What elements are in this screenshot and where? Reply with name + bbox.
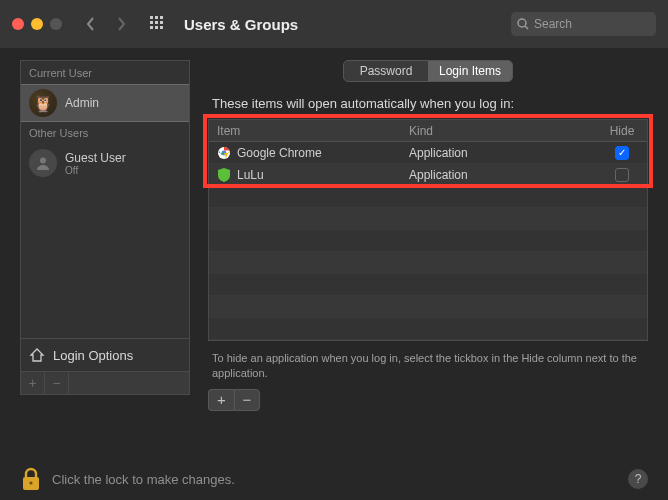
lock-text: Click the lock to make changes. xyxy=(52,472,235,487)
hide-hint-text: To hide an application when you log in, … xyxy=(208,341,648,389)
sidebar-item-admin[interactable]: 🦉 Admin xyxy=(21,85,189,121)
zoom-window-button[interactable] xyxy=(50,18,62,30)
svg-line-10 xyxy=(525,26,528,29)
table-row[interactable]: Google Chrome Application ✓ xyxy=(209,142,647,164)
login-items-caption: These items will open automatically when… xyxy=(208,90,648,119)
tab-password[interactable]: Password xyxy=(344,61,428,81)
user-status: Off xyxy=(65,165,126,176)
table-row xyxy=(209,318,647,340)
table-row xyxy=(209,186,647,208)
show-all-icon[interactable] xyxy=(150,16,164,33)
hide-checkbox[interactable]: ✓ xyxy=(615,146,629,160)
table-row xyxy=(209,252,647,274)
login-items-table: Item Kind Hide Google Chrome Application… xyxy=(208,119,648,341)
table-header: Item Kind Hide xyxy=(209,120,647,142)
svg-rect-0 xyxy=(150,16,153,19)
remove-login-item-button[interactable]: − xyxy=(234,389,260,411)
chrome-icon xyxy=(217,146,231,160)
svg-rect-8 xyxy=(160,26,163,29)
user-sidebar: Current User 🦉 Admin Other Users Guest U… xyxy=(20,60,190,395)
svg-rect-2 xyxy=(160,16,163,19)
search-input[interactable]: Search xyxy=(511,12,656,36)
forward-button[interactable] xyxy=(110,11,132,37)
house-icon xyxy=(29,347,45,363)
app-name: LuLu xyxy=(237,168,264,182)
back-button[interactable] xyxy=(80,11,102,37)
col-hide: Hide xyxy=(597,124,647,138)
add-user-button[interactable]: + xyxy=(21,372,45,394)
user-name: Admin xyxy=(65,96,99,110)
other-users-label: Other Users xyxy=(21,121,189,145)
tab-login-items[interactable]: Login Items xyxy=(428,61,512,81)
login-item-add-remove: + − xyxy=(208,389,648,411)
table-row xyxy=(209,208,647,230)
hide-checkbox[interactable] xyxy=(615,168,629,182)
minimize-window-button[interactable] xyxy=(31,18,43,30)
window-controls xyxy=(12,18,62,30)
svg-rect-7 xyxy=(155,26,158,29)
current-user-label: Current User xyxy=(21,61,189,85)
svg-point-15 xyxy=(29,481,32,484)
table-row[interactable]: LuLu Application xyxy=(209,164,647,186)
remove-user-button[interactable]: − xyxy=(45,372,69,394)
tab-bar: Password Login Items xyxy=(343,60,513,82)
app-kind: Application xyxy=(409,168,597,182)
add-login-item-button[interactable]: + xyxy=(208,389,234,411)
user-add-remove: + − xyxy=(21,371,189,394)
svg-point-9 xyxy=(518,19,526,27)
user-name: Guest User xyxy=(65,151,126,165)
close-window-button[interactable] xyxy=(12,18,24,30)
avatar-icon: 🦉 xyxy=(29,89,57,117)
svg-rect-6 xyxy=(150,26,153,29)
svg-rect-4 xyxy=(155,21,158,24)
svg-point-11 xyxy=(40,158,46,164)
app-name: Google Chrome xyxy=(237,146,322,160)
app-kind: Application xyxy=(409,146,597,160)
search-placeholder: Search xyxy=(534,17,572,31)
lock-icon[interactable] xyxy=(20,466,42,492)
login-options-button[interactable]: Login Options xyxy=(21,338,189,371)
sidebar-item-guest[interactable]: Guest User Off xyxy=(21,145,189,181)
col-item: Item xyxy=(209,124,409,138)
help-button[interactable]: ? xyxy=(628,469,648,489)
footer: Click the lock to make changes. ? xyxy=(20,466,648,492)
main-panel: Password Login Items These items will op… xyxy=(208,60,648,411)
titlebar: Users & Groups Search xyxy=(0,0,668,48)
lulu-icon xyxy=(217,168,231,182)
window-title: Users & Groups xyxy=(184,16,298,33)
table-row xyxy=(209,274,647,296)
table-row xyxy=(209,230,647,252)
avatar-icon xyxy=(29,149,57,177)
svg-rect-3 xyxy=(150,21,153,24)
svg-rect-5 xyxy=(160,21,163,24)
col-kind: Kind xyxy=(409,124,597,138)
svg-rect-1 xyxy=(155,16,158,19)
table-row xyxy=(209,296,647,318)
